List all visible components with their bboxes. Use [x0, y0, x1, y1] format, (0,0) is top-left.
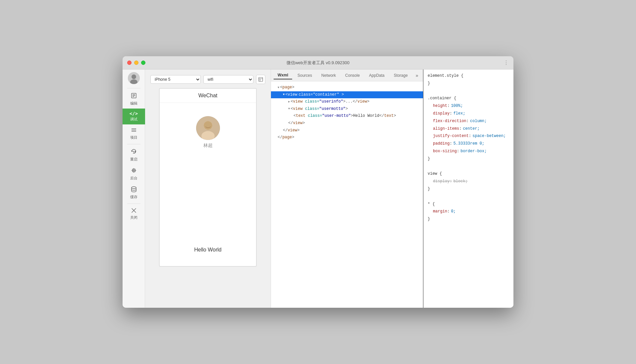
- debug-icon: </>: [130, 111, 138, 116]
- sidebar-item-backend[interactable]: 后台: [123, 164, 145, 183]
- user-name: 林超: [203, 143, 213, 149]
- app-window: 微信web开发者工具 v0.9.092300 ⋮: [123, 56, 513, 308]
- sidebar-divider-3: [127, 204, 140, 204]
- sidebar-divider-2: [127, 144, 140, 144]
- sidebar-divider: [127, 88, 140, 88]
- code-line-close-view-1[interactable]: </view>: [271, 120, 423, 127]
- toggle-container[interactable]: ▼: [283, 92, 285, 97]
- tab-console[interactable]: Console: [341, 72, 364, 79]
- sidebar-label-edit: 编辑: [130, 101, 137, 106]
- code-panel: Wxml Sources Network Console AppData Sto…: [271, 69, 423, 308]
- css-margin: margin:0;: [428, 208, 509, 215]
- tab-sources[interactable]: Sources: [293, 72, 316, 79]
- toggle-page[interactable]: ▼: [278, 85, 279, 90]
- css-boxsizing: box-sizing:border-box;: [428, 148, 509, 155]
- phone-header: WeChat: [160, 89, 256, 103]
- minimize-button[interactable]: [134, 61, 138, 65]
- sidebar-label-cache: 缓存: [130, 195, 137, 200]
- svg-point-15: [132, 187, 136, 189]
- sidebar-label-debug: 调试: [130, 117, 137, 122]
- network-select[interactable]: wifi: [203, 75, 254, 84]
- main-layout: 编辑 </> 调试 项目: [123, 69, 513, 308]
- avatar: [128, 72, 140, 84]
- code-line-close-view-2[interactable]: </view>: [271, 127, 423, 134]
- css-flex-dir: flex-direction:column;: [428, 117, 509, 125]
- backend-icon: [131, 167, 137, 175]
- svg-rect-11: [135, 151, 135, 153]
- sidebar-item-debug[interactable]: </> 调试: [123, 109, 145, 124]
- style-panel: element.style { } .container { height:10…: [423, 69, 513, 308]
- css-container-selector: .container {: [428, 95, 509, 102]
- cache-icon: [131, 186, 137, 194]
- css-star-selector: * {: [428, 201, 509, 208]
- css-align: align-items:center;: [428, 125, 509, 133]
- code-line-view-container[interactable]: ▼ <view class="container" >: [271, 91, 423, 99]
- sidebar-label-restart: 重启: [130, 157, 137, 162]
- svg-point-24: [204, 121, 212, 130]
- close-icon: [131, 208, 136, 214]
- sidebar: 编辑 </> 调试 项目: [123, 69, 145, 308]
- css-padding: padding:5.33333rem 0;: [428, 140, 509, 148]
- css-view-display: display:block;: [428, 178, 509, 185]
- css-close-1: }: [428, 80, 509, 87]
- css-height: height:100%;: [428, 102, 509, 110]
- tab-storage[interactable]: Storage: [390, 72, 412, 79]
- sidebar-label-close: 关闭: [130, 215, 137, 220]
- phone-frame: WeChat: [159, 88, 257, 267]
- hello-world-text: Hello World: [194, 247, 221, 253]
- css-justify: justify-content:space-between;: [428, 132, 509, 140]
- more-menu-icon[interactable]: ⋮: [504, 60, 509, 66]
- close-button[interactable]: [127, 61, 132, 65]
- sidebar-label-backend: 后台: [130, 176, 137, 181]
- sidebar-item-edit[interactable]: 编辑: [123, 90, 145, 109]
- svg-rect-10: [133, 151, 134, 153]
- css-display: display:flex;: [428, 110, 509, 117]
- css-view-selector: view {: [428, 170, 509, 178]
- css-close-2: }: [428, 155, 509, 163]
- titlebar: 微信web开发者工具 v0.9.092300 ⋮: [123, 56, 513, 69]
- device-preview: iPhone 5 wifi WeChat: [145, 69, 271, 308]
- more-tabs-icon[interactable]: »: [413, 71, 421, 79]
- css-element-style: element.style {: [428, 72, 509, 80]
- user-avatar: [196, 116, 220, 140]
- window-title: 微信web开发者工具 v0.9.092300: [287, 60, 349, 66]
- svg-rect-18: [259, 77, 263, 81]
- code-line-view-usermotto[interactable]: ▼ <view class="usermotto">: [271, 106, 423, 113]
- maximize-button[interactable]: [141, 61, 145, 65]
- sidebar-item-project[interactable]: 项目: [123, 124, 145, 143]
- code-line-view-userinfo[interactable]: ► <view class="userinfo">...</view>: [271, 98, 423, 106]
- code-tabs: Wxml Sources Network Console AppData Sto…: [271, 69, 423, 81]
- content-area: iPhone 5 wifi WeChat: [145, 69, 513, 308]
- style-content: element.style { } .container { height:10…: [424, 69, 513, 308]
- device-toolbar: iPhone 5 wifi: [150, 75, 265, 84]
- tab-network[interactable]: Network: [317, 72, 340, 79]
- css-close-4: }: [428, 215, 509, 223]
- user-info-section: 林超: [196, 116, 220, 149]
- code-line-page[interactable]: ▼ <page>: [271, 84, 423, 91]
- css-close-3: }: [428, 185, 509, 193]
- project-icon: [131, 127, 137, 134]
- tab-appdata[interactable]: AppData: [365, 72, 389, 79]
- code-line-close-page[interactable]: </page>: [271, 134, 423, 141]
- edit-icon: [131, 92, 137, 100]
- phone-content: 林超 Hello World: [160, 103, 256, 266]
- inspect-icon-btn[interactable]: [256, 75, 265, 84]
- tab-wxml[interactable]: Wxml: [274, 71, 292, 79]
- sidebar-label-project: 项目: [130, 135, 137, 140]
- svg-point-1: [132, 74, 136, 79]
- sidebar-item-close[interactable]: 关闭: [123, 205, 145, 223]
- window-controls: [127, 61, 145, 65]
- code-line-text-motto[interactable]: <text class="user-motto">Hello World</te…: [271, 113, 423, 120]
- sidebar-item-cache[interactable]: 缓存: [123, 183, 145, 202]
- device-select[interactable]: iPhone 5: [150, 75, 201, 84]
- restart-icon: [131, 148, 137, 156]
- code-content: ▼ <page> ▼ <view class="container" > ► <…: [271, 81, 423, 308]
- sidebar-item-restart[interactable]: 重启: [123, 146, 145, 164]
